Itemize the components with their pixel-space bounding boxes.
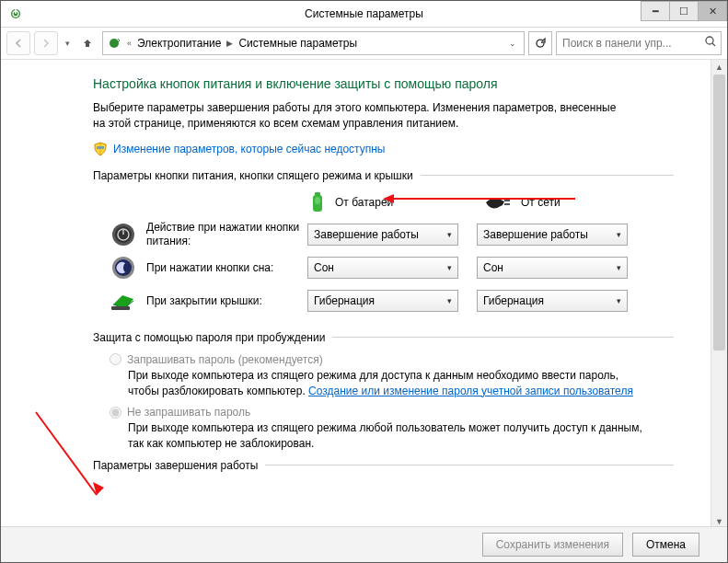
battery-source: От батареи (309, 191, 447, 213)
require-password-label: Запрашивать пароль (рекомендуется) (127, 353, 323, 366)
titlebar: Системные параметры ━ ☐ ✕ (1, 1, 727, 28)
section-buttons-label: Параметры кнопки питания, кнопки спящего… (93, 169, 413, 182)
section-password-label: Защита с помощью пароля при пробуждении (93, 331, 325, 344)
annotation-arrow-1 (391, 198, 575, 200)
power-options-icon (107, 36, 121, 51)
history-dropdown[interactable]: ▾ (62, 39, 73, 48)
sleep-button-icon (110, 254, 137, 282)
close-button[interactable]: ✕ (698, 1, 727, 21)
no-password-desc: При выходе компьютера из спящего режима … (128, 420, 646, 452)
search-icon (704, 35, 717, 48)
scroll-up-arrow[interactable]: ▲ (711, 60, 727, 75)
svg-point-7 (315, 197, 320, 204)
svg-point-3 (706, 37, 713, 44)
svg-rect-9 (504, 203, 510, 205)
power-button-label: Действие при нажатии кнопки питания: (146, 221, 307, 247)
lid-close-row: При закрытии крышки: Гибернация▾ Гиберна… (110, 287, 701, 315)
search-placeholder: Поиск в панели упр... (562, 37, 672, 50)
laptop-lid-icon (110, 287, 137, 315)
navigation-bar: ▾ « Электропитание ▶ Системные параметры… (1, 28, 727, 60)
svg-point-2 (110, 39, 119, 48)
back-button[interactable] (6, 31, 30, 55)
page-title: Настройка кнопок питания и включение защ… (93, 76, 701, 91)
sleep-button-label: При нажатии кнопки сна: (146, 261, 307, 274)
create-password-link[interactable]: Создание или изменение пароля учетной за… (308, 385, 633, 397)
power-button-row: Действие при нажатии кнопки питания: Зав… (110, 221, 701, 248)
address-dropdown[interactable]: ⌄ (505, 39, 520, 48)
power-button-icon (110, 221, 137, 248)
lid-close-label: При закрытии крышки: (146, 294, 307, 307)
chevron-down-icon: ▾ (447, 263, 452, 272)
window-title: Системные параметры (1, 7, 727, 20)
section-password-header: Защита с помощью пароля при пробуждении (93, 331, 701, 344)
save-button[interactable]: Сохранить изменения (482, 533, 623, 557)
change-unavailable-label[interactable]: Изменение параметров, которые сейчас нед… (113, 143, 386, 155)
chevron-down-icon: ▾ (617, 296, 621, 305)
address-bar[interactable]: « Электропитание ▶ Системные параметры ⌄ (102, 31, 525, 55)
chevron-down-icon: ▾ (447, 296, 452, 305)
vertical-scrollbar[interactable]: ▲ ▼ (711, 60, 727, 529)
breadcrumb-item[interactable]: Электропитание (137, 37, 221, 50)
battery-icon (309, 191, 326, 213)
svg-rect-6 (315, 192, 320, 196)
plug-icon (484, 194, 512, 211)
section-shutdown-header: Параметры завершения работы (93, 459, 701, 472)
maximize-button[interactable]: ☐ (669, 1, 699, 21)
sleep-button-ac-select[interactable]: Сон▾ (477, 257, 628, 279)
system-settings-window: Системные параметры ━ ☐ ✕ ▾ « Электропит… (0, 0, 728, 563)
power-button-ac-select[interactable]: Завершение работы▾ (477, 224, 628, 246)
power-sources-row: От батареи От сети (309, 191, 701, 213)
annotation-arrow-2 (25, 407, 108, 508)
no-password-input (110, 407, 121, 419)
no-password-label: Не запрашивать пароль (127, 406, 250, 419)
breadcrumb-separator: ▶ (226, 39, 233, 48)
no-password-radio: Не запрашивать пароль (110, 406, 701, 419)
window-controls: ━ ☐ ✕ (641, 1, 727, 21)
power-button-battery-select[interactable]: Завершение работы▾ (307, 224, 458, 246)
minimize-button[interactable]: ━ (641, 1, 670, 21)
ac-source: От сети (484, 191, 622, 213)
footer: Сохранить изменения Отмена (1, 526, 727, 562)
require-password-input (110, 353, 121, 365)
section-shutdown-label: Параметры завершения работы (93, 459, 258, 472)
chevron-down-icon: ▾ (617, 230, 621, 239)
svg-rect-8 (504, 200, 510, 201)
up-button[interactable] (76, 32, 98, 54)
chevron-down-icon: ▾ (447, 230, 452, 239)
search-input[interactable]: Поиск в панели упр... (556, 31, 722, 55)
sleep-button-row: При нажатии кнопки сна: Сон▾ Сон▾ (110, 254, 701, 282)
cancel-button[interactable]: Отмена (632, 533, 699, 557)
svg-rect-4 (97, 146, 104, 149)
svg-rect-15 (111, 306, 130, 310)
change-unavailable-settings-link[interactable]: Изменение параметров, которые сейчас нед… (93, 142, 701, 156)
shield-icon (93, 142, 108, 156)
require-password-radio: Запрашивать пароль (рекомендуется) (110, 353, 701, 366)
annotation-arrowhead-1 (383, 194, 394, 203)
section-buttons-header: Параметры кнопки питания, кнопки спящего… (93, 169, 701, 182)
lid-close-battery-select[interactable]: Гибернация▾ (307, 290, 458, 312)
lid-close-ac-select[interactable]: Гибернация▾ (477, 290, 628, 312)
breadcrumb-item[interactable]: Системные параметры (238, 37, 357, 50)
chevron-down-icon: ▾ (617, 263, 621, 272)
require-password-desc: При выходе компьютера из спящего режима … (128, 368, 646, 399)
breadcrumb-guillemet: « (127, 39, 132, 48)
sleep-button-battery-select[interactable]: Сон▾ (307, 257, 458, 279)
scroll-thumb[interactable] (713, 75, 725, 350)
content-area: Настройка кнопок питания и включение защ… (1, 60, 727, 562)
forward-button[interactable] (34, 31, 58, 55)
refresh-button[interactable] (528, 31, 552, 55)
page-description: Выберите параметры завершения работы для… (93, 100, 628, 132)
